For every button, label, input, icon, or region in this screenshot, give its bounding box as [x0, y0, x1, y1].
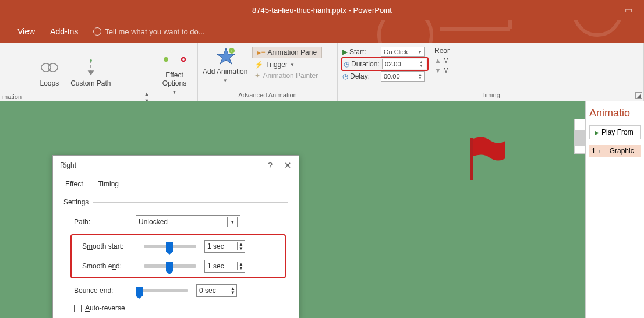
smooth-highlight: Smooth start: 1 sec▲▼ Smooth end: 1 sec▲…: [70, 234, 286, 278]
menu-view[interactable]: View: [17, 27, 35, 36]
tab-timing[interactable]: Timing: [90, 176, 126, 192]
smooth-end-row: Smooth end: 1 sec▲▼: [72, 256, 285, 276]
path-select[interactable]: Unlocked ▾: [136, 215, 240, 228]
loops-icon: [40, 58, 59, 77]
group-label: Timing: [342, 91, 639, 100]
smooth-end-input[interactable]: 1 sec▲▼: [204, 260, 245, 273]
pane-icon: ▸≡: [257, 48, 265, 56]
path-label: Path:: [74, 218, 128, 226]
close-button[interactable]: ✕: [284, 160, 292, 171]
play-icon: ▶: [342, 48, 348, 56]
clock-icon: ◷: [344, 60, 349, 68]
menu-addins[interactable]: Add-Ins: [50, 27, 78, 36]
duration-row: ◷Duration: 02.00▲▼: [344, 59, 426, 69]
vertical-scrollbar[interactable]: [574, 119, 586, 154]
dialog-tabs: Effect Timing: [53, 175, 299, 192]
titlebar: 8745-tai-lieu-thuc-hanh.pptx - PowerPoin…: [0, 0, 644, 20]
animation-gallery-group: Loops Custom Path ▲▼▾: [0, 43, 151, 101]
auto-reverse-checkbox[interactable]: Auto-reverse: [63, 301, 288, 312]
lightning-icon: ⚡: [254, 61, 263, 69]
timing-group: ▶Start: On Click▼ ◷Duration: 02.00▲▼ ◷De…: [338, 43, 644, 101]
dialog-titlebar: Right ? ✕: [53, 156, 299, 175]
effect-dialog: Right ? ✕ Effect Timing Settings Path: U…: [52, 155, 299, 318]
bounce-end-slider[interactable]: [136, 289, 188, 292]
start-dropdown[interactable]: On Click▼: [381, 47, 425, 57]
lightbulb-icon: [93, 27, 101, 36]
play-from-button[interactable]: ▶ Play From: [589, 125, 641, 139]
ribbon: Loops Custom Path ▲▼▾ Effect Options ▼ ◢…: [0, 43, 644, 101]
window-title: 8745-tai-lieu-thuc-hanh.pptx - PowerPoin…: [252, 6, 392, 15]
delay-input[interactable]: 00.00▲▼: [381, 71, 425, 82]
tab-effect[interactable]: Effect: [58, 176, 90, 192]
path-row: Path: Unlocked ▾: [63, 212, 288, 232]
animation-list-item[interactable]: 1 ⟵ Graphic: [589, 145, 641, 157]
bounce-end-label: Bounce end:: [74, 287, 128, 295]
menubar: View Add-Ins Tell me what you want to do…: [0, 20, 644, 43]
dropdown-icon: ▾: [227, 217, 238, 227]
loops-button[interactable]: Loops: [40, 58, 59, 87]
auto-reverse-label: Auto-reverse: [85, 304, 125, 312]
move-earlier-button[interactable]: ▲M: [434, 56, 450, 65]
effect-options-group: Effect Options ▼ ◢: [151, 43, 198, 101]
svg-text:+: +: [230, 48, 233, 54]
animation-painter-button: ✦ Animation Painter: [252, 71, 322, 80]
start-row: ▶Start: On Click▼: [342, 47, 427, 57]
titlebar-controls: ▭: [625, 5, 632, 15]
effect-options-button[interactable]: Effect Options ▼: [156, 50, 193, 96]
delay-row: ◷Delay: 00.00▲▼: [342, 71, 427, 82]
smooth-start-label: Smooth start:: [82, 242, 136, 250]
brush-icon: ✦: [254, 72, 260, 80]
motion-path-icon: ⟵: [598, 147, 607, 155]
clock-icon: ◷: [342, 72, 348, 80]
animation-pane-title: Animatio: [589, 107, 641, 119]
smooth-start-input[interactable]: 1 sec▲▼: [204, 240, 245, 253]
animation-pane: Animatio ▶ Play From 1 ⟵ Graphic: [586, 101, 644, 318]
smooth-start-row: Smooth start: 1 sec▲▼: [72, 236, 285, 256]
star-plus-icon: +: [216, 47, 235, 65]
smooth-end-slider[interactable]: [144, 264, 196, 268]
animation-pane-button[interactable]: ▸≡ Animation Pane: [252, 47, 322, 58]
bounce-end-input[interactable]: 0 sec▲▼: [196, 284, 237, 297]
duration-highlight: ◷Duration: 02.00▲▼: [341, 57, 429, 71]
animation-group-label-fragment: mation: [0, 93, 24, 102]
dropdown-icon: ▼: [290, 62, 295, 68]
dropdown-icon: ▼: [172, 90, 177, 95]
trigger-button[interactable]: ⚡ Trigger ▼: [252, 60, 322, 69]
settings-header: Settings: [63, 198, 288, 206]
group-label: Advanced Animation: [203, 91, 332, 100]
custom-path-button[interactable]: Custom Path: [70, 58, 111, 87]
svg-point-3: [48, 63, 58, 72]
play-icon: ▶: [595, 129, 599, 136]
help-button[interactable]: ?: [268, 160, 273, 171]
dropdown-icon: ▼: [223, 78, 228, 83]
reorder-label: Reor: [434, 47, 450, 55]
duration-input[interactable]: 02.00▲▼: [382, 59, 426, 69]
ribbon-display-icon[interactable]: ▭: [625, 5, 632, 15]
dialog-title: Right: [60, 161, 76, 169]
tell-me-search[interactable]: Tell me what you want to do...: [93, 27, 204, 36]
smooth-end-label: Smooth end:: [82, 262, 136, 270]
flag-graphic[interactable]: [466, 135, 507, 182]
bounce-end-row: Bounce end: 0 sec▲▼: [63, 281, 288, 301]
smooth-start-slider[interactable]: [144, 245, 196, 248]
move-later-button[interactable]: ▼M: [434, 66, 450, 75]
checkbox-icon: [74, 305, 82, 312]
add-animation-button[interactable]: + Add Animation ▼: [203, 47, 247, 83]
custom-path-icon: [82, 58, 100, 77]
advanced-animation-group: + Add Animation ▼ ▸≡ Animation Pane ⚡ Tr…: [198, 43, 338, 101]
svg-point-4: [90, 59, 92, 62]
effect-options-icon: [165, 50, 184, 69]
